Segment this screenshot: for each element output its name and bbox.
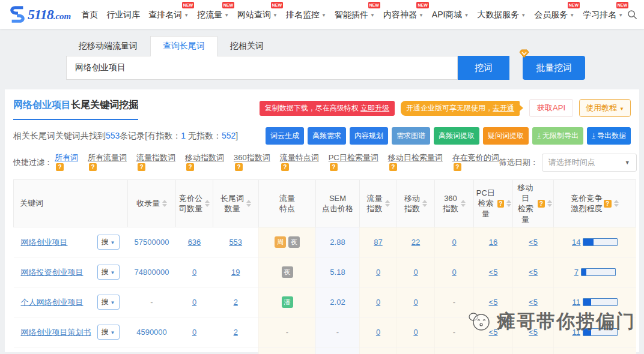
- value-link[interactable]: <5: [529, 268, 538, 277]
- sort-icon[interactable]: [246, 200, 251, 207]
- help-icon[interactable]: ?: [604, 200, 612, 208]
- column-header-7[interactable]: 流量指数: [360, 180, 397, 227]
- action-button-7[interactable]: ↓无限制导出: [532, 127, 583, 145]
- nav-item-6[interactable]: 排名监控▼: [282, 1, 330, 28]
- action-button-8[interactable]: ↓导出数据: [587, 127, 631, 145]
- keyword-link[interactable]: 网络创业项目: [21, 237, 68, 248]
- help-icon[interactable]: ?: [497, 200, 505, 208]
- sort-icon[interactable]: [205, 200, 210, 207]
- sort-icon[interactable]: [422, 200, 427, 207]
- help-icon[interactable]: ?: [454, 163, 461, 171]
- help-icon[interactable]: ?: [186, 163, 194, 171]
- competition-value[interactable]: 7: [574, 268, 579, 277]
- help-icon[interactable]: ?: [389, 163, 397, 171]
- site-logo[interactable]: 5118 .com: [8, 5, 71, 23]
- sort-icon[interactable]: [547, 200, 552, 207]
- action-button-5[interactable]: 高频词提取: [434, 127, 479, 145]
- value-link[interactable]: <5: [529, 298, 538, 307]
- action-button-3[interactable]: 内容规划: [350, 127, 388, 145]
- value-link[interactable]: <5: [489, 328, 498, 337]
- filter-link[interactable]: PC日检索量词: [329, 153, 378, 162]
- filter-link[interactable]: 360指数词: [234, 153, 270, 162]
- value-link[interactable]: 2: [234, 298, 238, 307]
- filter-link[interactable]: 流量指数词: [136, 153, 175, 162]
- value-link[interactable]: 16: [489, 238, 497, 247]
- keyword-link[interactable]: 网络投资创业项目: [21, 267, 84, 278]
- value-link[interactable]: 0: [413, 268, 418, 277]
- value-link[interactable]: 0: [376, 268, 380, 277]
- tab-3[interactable]: 挖相关词: [217, 36, 276, 56]
- dig-words-button[interactable]: 挖词: [458, 56, 509, 80]
- help-icon[interactable]: ?: [281, 163, 289, 171]
- value-link[interactable]: 0: [192, 298, 196, 307]
- nav-item-10[interactable]: 大数据服务▼: [473, 1, 530, 28]
- value-link[interactable]: 0: [376, 328, 380, 337]
- column-header-3[interactable]: 竞价公司数量: [176, 180, 213, 227]
- nav-item-12[interactable]: 学习排名▼NEW: [579, 1, 627, 28]
- value-link[interactable]: 87: [374, 238, 382, 247]
- tab-2[interactable]: 查询长尾词: [150, 36, 217, 56]
- value-link[interactable]: <5: [529, 328, 538, 337]
- competition-value[interactable]: 11: [573, 328, 581, 337]
- open-enterprise-link[interactable]: 去开通: [493, 104, 514, 112]
- value-link[interactable]: <5: [529, 238, 538, 247]
- sort-icon[interactable]: [506, 200, 511, 207]
- column-header-8[interactable]: 移动指数: [397, 180, 435, 227]
- help-icon[interactable]: ?: [138, 163, 145, 171]
- batch-dig-button[interactable]: 批量挖词: [523, 56, 585, 80]
- value-link[interactable]: 0: [376, 298, 380, 307]
- nav-item-8[interactable]: 内容神器▼NEW: [379, 1, 428, 28]
- value-link[interactable]: 0: [413, 298, 418, 307]
- filter-link[interactable]: 存在竞价的词: [452, 153, 499, 162]
- enterprise-banner[interactable]: 开通企业版可享无限使用，去开通: [401, 101, 520, 116]
- help-icon[interactable]: ?: [235, 163, 243, 171]
- upgrade-now-link[interactable]: 立即升级: [360, 104, 389, 112]
- help-icon[interactable]: ?: [89, 163, 97, 171]
- column-header-4[interactable]: 长尾词数量: [213, 180, 259, 227]
- column-header-2[interactable]: 收录量: [128, 180, 176, 227]
- action-button-4[interactable]: 需求图谱: [392, 127, 430, 145]
- column-header-12[interactable]: 竞价竞争激烈程度?: [554, 180, 636, 227]
- filter-link[interactable]: 移动日检索量词: [388, 153, 443, 162]
- keyword-input[interactable]: [66, 56, 458, 80]
- value-link[interactable]: <5: [489, 298, 498, 307]
- value-link[interactable]: <5: [489, 268, 498, 277]
- competition-value[interactable]: 11: [573, 298, 581, 307]
- keyword-link[interactable]: 个人网络创业项目: [21, 297, 84, 308]
- search-keyword-button[interactable]: 搜▼: [97, 265, 120, 280]
- filter-link[interactable]: 流量特点词: [280, 153, 319, 162]
- sort-icon[interactable]: [162, 200, 167, 207]
- nav-item-2[interactable]: 行业词库: [102, 1, 144, 28]
- value-link[interactable]: 0: [413, 328, 418, 337]
- tutorial-button[interactable]: 使用教程▼: [579, 99, 631, 117]
- value-link[interactable]: 2: [234, 328, 238, 337]
- sort-icon[interactable]: [385, 200, 390, 207]
- get-api-button[interactable]: 获取API: [529, 99, 573, 117]
- search-keyword-button[interactable]: 搜▼: [97, 295, 120, 310]
- help-icon[interactable]: ?: [538, 200, 545, 208]
- date-range-select[interactable]: 请选择时间点 ▼: [542, 154, 637, 172]
- column-header-11[interactable]: 移动日检索量?: [513, 180, 554, 227]
- action-button-1[interactable]: 词云生成: [266, 127, 304, 145]
- value-link[interactable]: 553: [229, 238, 242, 247]
- keyword-link[interactable]: 网络创业项目策划书: [21, 327, 91, 338]
- search-keyword-button[interactable]: 搜▼: [97, 235, 120, 250]
- sort-icon[interactable]: [461, 200, 466, 207]
- competition-value[interactable]: 14: [572, 238, 580, 247]
- value-link[interactable]: 0: [192, 328, 196, 337]
- help-icon[interactable]: ?: [330, 163, 338, 171]
- nav-item-11[interactable]: 会员服务▼NEW: [530, 1, 579, 28]
- filter-link[interactable]: 移动指数词: [185, 153, 224, 162]
- action-button-2[interactable]: 高频需求: [308, 127, 346, 145]
- value-link[interactable]: 636: [188, 238, 201, 247]
- nav-item-4[interactable]: 挖流量▼NEW: [193, 1, 233, 28]
- filter-link[interactable]: 所有词: [55, 153, 78, 162]
- nav-item-5[interactable]: 网站查询▼NEW: [233, 1, 282, 28]
- nav-item-3[interactable]: 查排名词▼NEW: [144, 1, 193, 28]
- nav-item-7[interactable]: 智能插件▼NEW: [330, 1, 379, 28]
- sort-icon[interactable]: [614, 200, 619, 207]
- value-link[interactable]: 19: [231, 268, 240, 277]
- value-link[interactable]: 0: [192, 268, 196, 277]
- search-icon[interactable]: [627, 10, 637, 20]
- upgrade-banner[interactable]: 复制数据下载，尽在高级特权 立即升级: [260, 101, 395, 116]
